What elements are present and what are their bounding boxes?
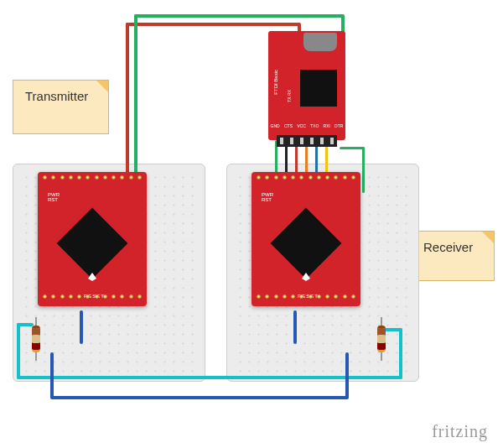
promicro-pins-top [257,175,355,184]
wire-blue [345,352,349,399]
promicro-pins-bottom [257,294,355,303]
promicro-pins-top [43,175,142,184]
wire-cyan [17,376,402,379]
wire-green [134,14,137,190]
resistor-left [32,317,40,361]
ftdi-pin-labels: GNDCTSVCCTXORXIDTR [268,123,345,128]
wire-cyan [17,323,20,379]
ftdi-title: FTDI Basic [273,70,278,95]
note-receiver: Receiver [411,231,495,281]
wire-red [126,23,129,190]
chip-icon [300,70,337,107]
wire-green [362,147,365,193]
credit-text: fritzing [432,422,488,441]
note-receiver-text: Receiver [423,240,473,254]
wire-blue [80,310,83,344]
promicro-pins-bottom [43,294,142,303]
ftdi-basic: FTDI Basic TX RX GNDCTSVCCTXORXIDTR [268,31,345,140]
note-fold [96,81,108,92]
promicro-pwr-label: PWRRST [48,192,60,202]
note-transmitter-text: Transmitter [25,89,88,103]
promicro-receiver: PWRRST RESET [252,172,360,306]
ftdi-header [277,135,337,147]
wire-cyan [17,323,34,326]
wire-blue [293,310,297,344]
wire-green [134,14,344,18]
wire-blue [50,352,54,399]
chip-icon [57,208,128,279]
note-transmitter: Transmitter [13,80,109,134]
promicro-transmitter: PWRRST RESET [38,172,147,306]
chip-icon [271,208,342,279]
usb-mini-icon [303,33,337,51]
promicro-pwr-label: PWRRST [262,192,273,202]
wire-cyan [399,328,402,379]
wire-blue [50,396,348,399]
wire-red [126,23,300,26]
wire-green [340,147,365,149]
note-fold [482,232,494,243]
ftdi-txrx-label: TX RX [287,90,292,102]
resistor-right [377,317,386,361]
